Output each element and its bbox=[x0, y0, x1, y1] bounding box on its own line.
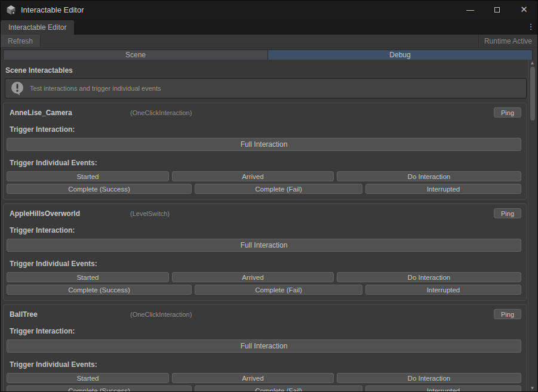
event-button-row: Complete (Success) Complete (Fail) Inter… bbox=[7, 385, 521, 391]
help-box: Test interactions and trigger individual… bbox=[5, 78, 527, 98]
started-button[interactable]: Started bbox=[7, 171, 169, 181]
interactable-card: AnneLise_Camera (OneClickInteraction) Pi… bbox=[3, 103, 527, 200]
started-button[interactable]: Started bbox=[7, 373, 169, 383]
kebab-menu-icon[interactable]: ⋮ bbox=[524, 18, 537, 35]
interactable-type: (OneClickInteraction) bbox=[130, 109, 494, 116]
full-interaction-button[interactable]: Full Interaction bbox=[7, 138, 521, 151]
interrupted-button[interactable]: Interrupted bbox=[365, 285, 521, 295]
section-heading: Scene Interactables bbox=[5, 66, 527, 75]
interactable-editor-window: Interactable Editor — ✕ Interactable Edi… bbox=[0, 0, 538, 392]
arrived-button[interactable]: Arrived bbox=[172, 171, 334, 181]
event-button-row: Started Arrived Do Interaction bbox=[7, 373, 521, 383]
ping-button[interactable]: Ping bbox=[494, 107, 521, 118]
unity-cube-icon bbox=[6, 5, 16, 15]
interactable-type: (LevelSwitch) bbox=[130, 210, 494, 217]
maximize-icon bbox=[494, 7, 500, 13]
titlebar: Interactable Editor — ✕ bbox=[1, 1, 537, 18]
view-mode-tabs: Scene Debug bbox=[3, 50, 533, 60]
runtime-active-toggle[interactable]: Runtime Active bbox=[478, 35, 537, 47]
refresh-button[interactable]: Refresh bbox=[1, 35, 41, 47]
window-controls: — ✕ bbox=[457, 1, 537, 18]
card-header: AppleHillsOverworld (LevelSwitch) Ping bbox=[7, 208, 521, 218]
vertical-scrollbar[interactable]: ▲ ▼ bbox=[528, 60, 536, 391]
info-icon bbox=[10, 81, 24, 95]
full-interaction-button[interactable]: Full Interaction bbox=[7, 239, 521, 252]
scene-interactables-panel: Scene Interactables Test interactions an… bbox=[1, 60, 537, 391]
editor-tab-bar: Interactable Editor ⋮ bbox=[1, 18, 537, 35]
card-header: BallTree (OneClickInteraction) Ping bbox=[7, 309, 521, 319]
event-button-row: Started Arrived Do Interaction bbox=[7, 171, 521, 181]
help-text: Test interactions and trigger individual… bbox=[30, 85, 161, 92]
complete-success-button[interactable]: Complete (Success) bbox=[7, 385, 192, 391]
interactable-card-list: AnneLise_Camera (OneClickInteraction) Pi… bbox=[1, 103, 527, 391]
started-button[interactable]: Started bbox=[7, 272, 169, 282]
arrived-button[interactable]: Arrived bbox=[172, 373, 334, 383]
do-interaction-button[interactable]: Do Interaction bbox=[337, 171, 521, 181]
maximize-button[interactable] bbox=[484, 1, 511, 18]
trigger-events-label: Trigger Individual Events: bbox=[10, 159, 521, 167]
do-interaction-button[interactable]: Do Interaction bbox=[337, 373, 521, 383]
complete-fail-button[interactable]: Complete (Fail) bbox=[195, 285, 362, 295]
arrived-button[interactable]: Arrived bbox=[172, 272, 334, 282]
complete-success-button[interactable]: Complete (Success) bbox=[7, 184, 192, 194]
minimize-button[interactable]: — bbox=[457, 1, 484, 18]
trigger-interaction-label: Trigger Interaction: bbox=[10, 125, 521, 134]
complete-success-button[interactable]: Complete (Success) bbox=[7, 285, 192, 295]
full-interaction-button[interactable]: Full Interaction bbox=[7, 339, 521, 353]
ping-button[interactable]: Ping bbox=[494, 208, 521, 218]
trigger-interaction-label: Trigger Interaction: bbox=[10, 226, 521, 234]
close-button[interactable]: ✕ bbox=[511, 1, 537, 18]
interactable-type: (OneClickInteraction) bbox=[130, 311, 494, 318]
scroll-down-icon[interactable]: ▼ bbox=[530, 385, 535, 391]
complete-fail-button[interactable]: Complete (Fail) bbox=[195, 184, 362, 194]
trigger-events-label: Trigger Individual Events: bbox=[10, 360, 521, 369]
interrupted-button[interactable]: Interrupted bbox=[365, 184, 521, 194]
trigger-interaction-label: Trigger Interaction: bbox=[10, 327, 521, 335]
interactable-name: BallTree bbox=[7, 310, 130, 319]
toolbar-spacer bbox=[41, 35, 478, 47]
tab-scene[interactable]: Scene bbox=[3, 50, 268, 60]
window-title: Interactable Editor bbox=[21, 5, 84, 14]
ping-button[interactable]: Ping bbox=[494, 309, 521, 319]
interactable-name: AppleHillsOverworld bbox=[7, 209, 130, 218]
scroll-up-icon[interactable]: ▲ bbox=[530, 60, 535, 66]
interactable-name: AnneLise_Camera bbox=[7, 109, 130, 117]
toolbar: Refresh Runtime Active bbox=[1, 35, 537, 48]
interactable-card: AppleHillsOverworld (LevelSwitch) Ping T… bbox=[3, 203, 527, 301]
do-interaction-button[interactable]: Do Interaction bbox=[337, 272, 521, 282]
tab-interactable-editor[interactable]: Interactable Editor bbox=[1, 20, 75, 35]
card-header: AnneLise_Camera (OneClickInteraction) Pi… bbox=[7, 107, 521, 118]
trigger-events-label: Trigger Individual Events: bbox=[10, 260, 521, 268]
interrupted-button[interactable]: Interrupted bbox=[365, 385, 521, 391]
complete-fail-button[interactable]: Complete (Fail) bbox=[195, 385, 362, 391]
tab-debug[interactable]: Debug bbox=[268, 50, 533, 60]
scrollbar-thumb[interactable] bbox=[530, 67, 535, 121]
event-button-row: Complete (Success) Complete (Fail) Inter… bbox=[7, 285, 521, 295]
event-button-row: Started Arrived Do Interaction bbox=[7, 272, 521, 282]
interactable-card: BallTree (OneClickInteraction) Ping Trig… bbox=[3, 304, 527, 391]
event-button-row: Complete (Success) Complete (Fail) Inter… bbox=[7, 184, 521, 194]
